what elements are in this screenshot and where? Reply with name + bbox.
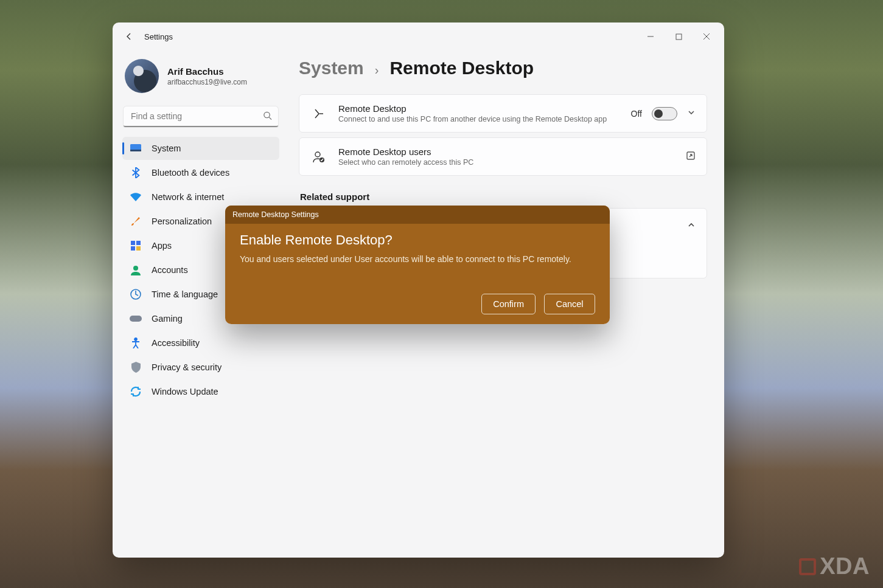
bluetooth-icon <box>130 167 142 179</box>
sidebar-item-label: Personalization <box>152 216 212 226</box>
window-title: Settings <box>144 32 173 41</box>
chevron-right-icon: › <box>375 63 379 77</box>
maximize-button[interactable] <box>665 27 693 46</box>
svg-point-1 <box>264 112 270 117</box>
xda-watermark: XDA <box>799 553 870 579</box>
update-icon <box>130 386 142 398</box>
svg-rect-0 <box>676 34 682 40</box>
card-title: Remote Desktop <box>338 103 619 114</box>
accessibility-icon <box>130 337 142 349</box>
sidebar-item-label: Accounts <box>152 265 188 275</box>
title-bar: Settings <box>113 22 724 50</box>
related-support-label: Related support <box>300 192 707 202</box>
search-icon <box>263 111 272 123</box>
chevron-down-icon[interactable] <box>687 108 696 119</box>
svg-rect-7 <box>136 246 141 251</box>
svg-rect-4 <box>131 241 135 245</box>
shield-icon <box>130 361 142 373</box>
close-button[interactable] <box>693 27 721 46</box>
svg-point-12 <box>315 152 320 157</box>
sidebar-item-privacy[interactable]: Privacy & security <box>122 356 279 379</box>
search-input[interactable] <box>124 106 278 127</box>
profile-block[interactable]: Arif Bacchus arifbacchus19@live.com <box>122 54 279 104</box>
avatar <box>125 59 159 93</box>
apps-icon <box>130 240 142 252</box>
users-icon <box>310 150 326 164</box>
maximize-icon <box>675 33 682 40</box>
sidebar-item-label: Privacy & security <box>152 362 222 372</box>
sidebar-item-label: Gaming <box>152 314 183 323</box>
person-icon <box>130 264 142 276</box>
display-icon <box>130 142 142 154</box>
sidebar-item-label: Time & language <box>152 289 218 299</box>
arrow-left-icon <box>124 32 134 41</box>
sidebar-item-label: Bluetooth & devices <box>152 168 229 178</box>
search-box[interactable] <box>124 106 278 127</box>
paintbrush-icon <box>130 215 142 227</box>
globe-clock-icon <box>130 288 142 300</box>
card-title: Remote Desktop users <box>338 147 674 157</box>
minimize-icon <box>647 33 654 40</box>
dialog-title: Remote Desktop Settings <box>232 210 319 219</box>
svg-rect-5 <box>136 241 141 245</box>
dialog-heading: Enable Remote Desktop? <box>240 232 595 248</box>
sidebar-item-bluetooth[interactable]: Bluetooth & devices <box>122 161 279 184</box>
remote-desktop-icon <box>310 107 326 120</box>
svg-point-11 <box>134 338 137 341</box>
cancel-button[interactable]: Cancel <box>544 294 595 314</box>
svg-rect-6 <box>131 246 135 251</box>
card-subtitle: Select who can remotely access this PC <box>338 158 674 167</box>
remote-desktop-card[interactable]: Remote Desktop Connect to and use this P… <box>299 94 707 133</box>
wifi-icon <box>130 191 142 203</box>
profile-email: arifbacchus19@live.com <box>167 78 247 86</box>
enable-remote-desktop-dialog: Remote Desktop Settings Enable Remote De… <box>225 206 610 324</box>
remote-desktop-toggle[interactable] <box>652 107 677 120</box>
minimize-button[interactable] <box>637 27 665 46</box>
svg-point-8 <box>133 266 138 271</box>
watermark-text: XDA <box>820 553 870 579</box>
dialog-text: You and users selected under User accoun… <box>240 254 595 264</box>
sidebar-item-label: Network & internet <box>152 192 224 202</box>
card-subtitle: Connect to and use this PC from another … <box>338 115 619 123</box>
confirm-button[interactable]: Confirm <box>481 294 536 314</box>
close-icon <box>703 33 710 40</box>
open-external-icon <box>686 151 696 163</box>
sidebar-item-label: Apps <box>152 241 172 251</box>
sidebar-item-system[interactable]: System <box>122 137 279 160</box>
breadcrumb-parent[interactable]: System <box>299 58 364 78</box>
profile-name: Arif Bacchus <box>167 66 247 77</box>
gamepad-icon <box>130 313 142 325</box>
toggle-state-label: Off <box>631 109 642 119</box>
sidebar-item-label: System <box>152 144 181 153</box>
xda-logo-icon <box>799 558 816 575</box>
sidebar-item-accessibility[interactable]: Accessibility <box>122 331 279 355</box>
svg-rect-10 <box>130 316 142 322</box>
sidebar-item-label: Accessibility <box>152 338 200 348</box>
breadcrumb: System › Remote Desktop <box>299 58 707 78</box>
sidebar-item-windows-update[interactable]: Windows Update <box>122 380 279 403</box>
remote-desktop-users-card[interactable]: Remote Desktop users Select who can remo… <box>299 137 707 176</box>
chevron-up-icon[interactable] <box>687 221 696 232</box>
svg-rect-3 <box>130 150 141 151</box>
breadcrumb-current: Remote Desktop <box>389 58 534 78</box>
sidebar-item-label: Windows Update <box>152 387 218 396</box>
back-button[interactable] <box>116 24 142 49</box>
dialog-title-bar: Remote Desktop Settings <box>225 206 610 224</box>
